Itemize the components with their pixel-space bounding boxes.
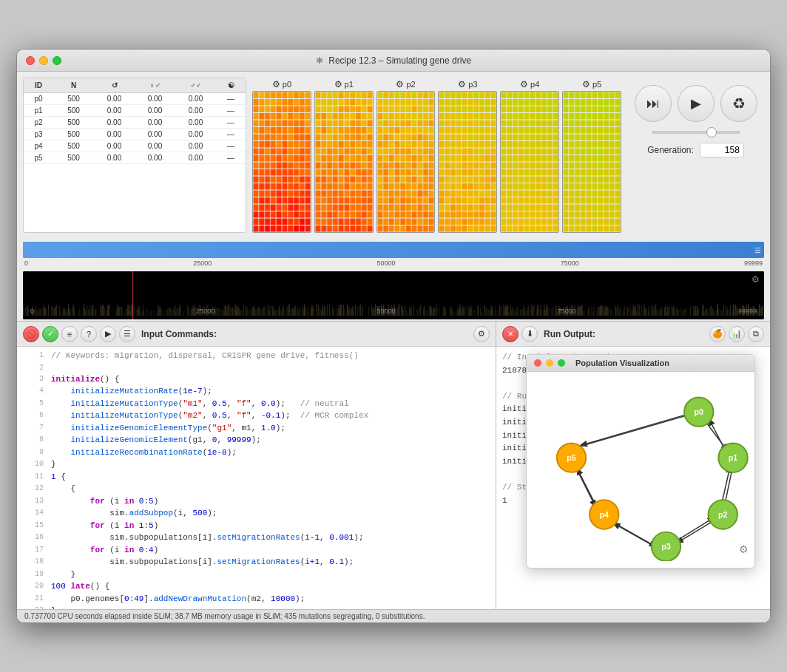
table-row: p4 500 0.00 0.00 0.00 — <box>24 140 246 152</box>
svg-text:p5: p5 <box>567 453 576 462</box>
pop-grid-p3 <box>438 91 497 233</box>
pop-header-p4: ⚙ p4 <box>500 78 559 91</box>
code-line: 13 for (i in 0:5) <box>17 495 496 508</box>
cell-c4: — <box>216 117 246 128</box>
settings-button[interactable]: ⚙ <box>473 326 490 342</box>
line-number: 15 <box>23 520 44 532</box>
menu-button[interactable]: ☰ <box>119 326 135 342</box>
traffic-lights <box>26 56 61 65</box>
cell-c3: 0.00 <box>175 105 216 116</box>
step-back-button[interactable]: ⏭ <box>635 85 672 122</box>
generation-input[interactable] <box>700 143 744 157</box>
svg-line-10 <box>578 414 692 447</box>
stop-button[interactable]: 🚫 <box>23 326 39 342</box>
popup-close[interactable] <box>534 359 541 367</box>
population-grids: ⚙ p0 ⚙ p1 ⚙ p2 <box>252 78 621 233</box>
chart-button[interactable]: 📊 <box>729 326 745 342</box>
col-yin-yang: ☯ <box>216 80 246 91</box>
population-graph: p0 p1 p2 p3 p4 p5 <box>527 372 754 561</box>
chromosome-section: ☰ 0 25000 50000 75000 99999 <box>17 239 770 270</box>
cell-c1: 0.00 <box>94 105 135 116</box>
line-number: 16 <box>23 532 44 544</box>
line-number: 13 <box>23 495 44 508</box>
code-content: // Keywords: migration, dispersal, CRISP… <box>51 350 359 362</box>
svg-line-9 <box>575 467 595 506</box>
line-number: 17 <box>23 544 44 557</box>
minimize-button[interactable] <box>39 56 48 65</box>
cell-c1: 0.00 <box>94 117 135 128</box>
col-female-male: ♀♂ <box>135 80 175 91</box>
popup-zoom[interactable] <box>558 359 565 367</box>
chromosome-bar[interactable]: ☰ <box>23 242 764 258</box>
code-content: for (i in 0:5) <box>51 495 158 508</box>
svg-line-11 <box>581 413 693 445</box>
code-editor[interactable]: 1// Keywords: migration, dispersal, CRIS… <box>17 347 496 609</box>
table-row: p2 500 0.00 0.00 0.00 — <box>24 117 246 129</box>
run-button[interactable]: ▶ <box>100 326 116 342</box>
tick-0: 0 <box>24 259 28 267</box>
popup-minimize[interactable] <box>546 359 553 367</box>
bv-tick-50000: 50000 <box>376 308 395 315</box>
pop-label-p1: p1 <box>345 80 354 89</box>
code-content: initializeRecombinationRate(1e-8); <box>51 447 237 459</box>
pop-header-p1: ⚙ p1 <box>314 78 374 91</box>
zoom-button[interactable] <box>53 56 61 65</box>
code-content: initializeMutationType("m1", 0.5, "f", 0… <box>51 398 349 410</box>
code-content: initializeGenomicElementType("g1", m1, 1… <box>51 422 286 435</box>
status-text: 0.737700 CPU seconds elapsed inside SLiM… <box>24 612 425 620</box>
code-line: 14 sim.addSubpop(i, 500); <box>17 507 496 520</box>
code-line: 20100 late() { <box>17 580 496 593</box>
check-button[interactable]: ✓ <box>42 326 58 342</box>
download-button[interactable]: ⬇ <box>521 326 538 342</box>
play-button[interactable]: ▶ <box>678 85 715 122</box>
line-number: 21 <box>23 593 44 605</box>
cell-c3: 0.00 <box>175 117 216 128</box>
black-viz-ticks: 0 25000 50000 75000 99999 <box>23 308 764 315</box>
close-button[interactable] <box>26 56 35 65</box>
code-line: 12 { <box>17 483 496 495</box>
recycle-button[interactable]: ♻ <box>720 85 757 122</box>
line-number: 8 <box>23 434 44 447</box>
fruit-button[interactable]: 🍊 <box>709 326 726 342</box>
col-male-male: ♂♂ <box>175 80 216 91</box>
speed-slider[interactable] <box>652 131 740 134</box>
popup-gear-icon[interactable]: ⚙ <box>739 543 749 555</box>
line-number: 18 <box>23 556 44 569</box>
copy-button[interactable]: ⧉ <box>748 326 764 342</box>
svg-line-5 <box>675 517 714 541</box>
code-line: 1// Keywords: migration, dispersal, CRIS… <box>17 350 496 362</box>
right-panel-title: Run Output: <box>544 329 595 339</box>
population-viz-popup: Population Visualization <box>526 354 755 569</box>
pop-grid-p2 <box>376 91 436 233</box>
pop-grid-p0 <box>252 91 311 233</box>
svg-line-4 <box>677 520 715 543</box>
status-bar: 0.737700 CPU seconds elapsed inside SLiM… <box>17 609 770 622</box>
app-icon: ✱ <box>316 55 323 66</box>
help-button[interactable]: ? <box>81 326 97 342</box>
cell-c4: — <box>216 129 246 140</box>
cell-n: 500 <box>53 140 94 152</box>
code-content: 1 { <box>51 471 66 483</box>
chrom-icon: ☰ <box>754 246 761 254</box>
pop-grid-p1 <box>314 91 374 233</box>
table-row: p1 500 0.00 0.00 0.00 — <box>24 105 246 117</box>
col-refresh: ↺ <box>94 80 135 91</box>
line-number: 19 <box>23 569 44 581</box>
bv-tick-75000: 75000 <box>558 308 576 315</box>
line-number: 2 <box>23 362 44 373</box>
list-button[interactable]: ≡ <box>61 326 78 342</box>
code-line: 22} <box>17 605 496 609</box>
svg-line-7 <box>612 522 656 546</box>
right-toolbar: ✕ ⬇ Run Output: 🍊 📊 ⧉ <box>496 322 770 347</box>
line-number: 5 <box>23 398 44 410</box>
window-title: ✱ Recipe 12.3 – Simulating gene drive <box>316 55 471 66</box>
black-viz-gear[interactable]: ⚙ <box>751 274 760 285</box>
cell-c2: 0.00 <box>135 152 175 163</box>
stop-run-button[interactable]: ✕ <box>502 326 519 342</box>
populations-table: ID N ↺ ♀♂ ♂♂ ☯ p0 500 0.00 0.00 0.00 — p… <box>23 78 246 233</box>
cell-n: 500 <box>53 105 94 116</box>
code-content: p0.genomes[0:49].addNewDrawnMutation(m2,… <box>51 593 305 605</box>
line-number: 10 <box>23 458 44 471</box>
table-row: p3 500 0.00 0.00 0.00 — <box>24 129 246 140</box>
popup-title: Population Visualization <box>575 359 669 367</box>
